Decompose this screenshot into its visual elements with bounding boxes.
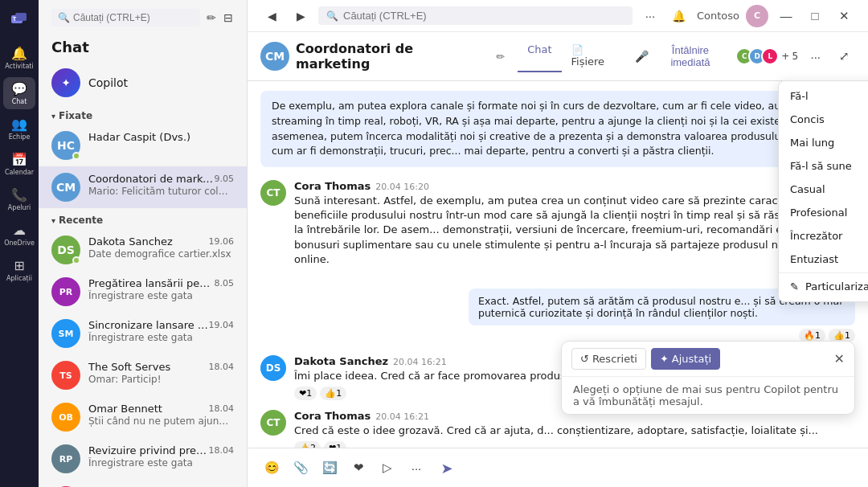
avatar-coordonatori: CM xyxy=(51,173,80,202)
file-icon: 📄 xyxy=(571,44,583,55)
reaction-heart-dakota[interactable]: ❤️1 xyxy=(294,387,317,400)
nav-item-apeluri[interactable]: 📞 Apeluri xyxy=(3,183,35,215)
copilot-item[interactable]: ✦ Copilot xyxy=(39,62,247,104)
user-avatar-top[interactable]: C xyxy=(746,5,768,27)
reaction-thumb-dakota[interactable]: 👍1 xyxy=(320,387,346,400)
dropdown-item-profesional[interactable]: Profesional xyxy=(779,201,868,224)
concis-label: Concis xyxy=(790,113,825,125)
dropdown-item-particularizat[interactable]: ✎ Particularizat xyxy=(779,275,868,298)
chat-name-sincronizare: Sincronizare lansare Mark 8 xyxy=(88,319,209,331)
avatar-omar: OB xyxy=(51,403,80,432)
rescrieti-icon: ↺ xyxy=(580,353,589,365)
ajustati-icon: ✦ xyxy=(660,353,669,365)
ajustati-body-text: Alegeți o opțiune de mai sus pentru Copi… xyxy=(573,383,838,407)
avatar-revizuire: RP xyxy=(51,444,80,473)
fal-label: Fă-l xyxy=(790,90,809,102)
dropdown-item-entuziast[interactable]: Entuziast xyxy=(779,248,868,271)
tab-fisiere[interactable]: 📄 Fișiere xyxy=(562,40,628,72)
notifications-button[interactable]: 🔔 xyxy=(668,5,690,27)
chat-item-softserves[interactable]: TS The Soft Serves 18.04 Omar: Particip! xyxy=(39,354,247,396)
tone-dropdown: Fă-l Concis Mai lung Fă-l să sune Casual… xyxy=(778,80,868,302)
dropdown-item-incredator[interactable]: Încrezător xyxy=(779,224,868,248)
loop-button[interactable]: 🔄 xyxy=(318,456,341,479)
back-button[interactable]: ◀ xyxy=(260,5,283,27)
more-header-button[interactable]: ··· xyxy=(805,45,826,68)
dropdown-item-fal[interactable]: Fă-l xyxy=(779,84,868,108)
chat-preview-omar: Știi când nu ne putem ajunga la cea mai … xyxy=(88,415,234,427)
nav-item-echipe[interactable]: 👥 Echipe xyxy=(3,113,35,145)
apps-icon: ⊞ xyxy=(14,258,24,273)
incredator-label: Încrezător xyxy=(790,230,842,242)
top-search-input[interactable] xyxy=(343,10,624,22)
calls-icon: 📞 xyxy=(11,187,27,203)
status-dot-hadar xyxy=(72,152,80,160)
ajustati-close-button[interactable]: ✕ xyxy=(834,351,845,366)
dropdown-item-mai-lung[interactable]: Mai lung xyxy=(779,131,868,154)
avatar-dakota: DS xyxy=(51,235,80,264)
chat-item-sincronizare[interactable]: SM Sincronizare lansare Mark 8 19.04 Înr… xyxy=(39,313,247,354)
filter-button[interactable]: ⊟ xyxy=(222,6,234,29)
nav-item-activitati[interactable]: 🔔 Activitati xyxy=(3,42,35,74)
meeting-button[interactable]: 🎤 Întâlnire imediată xyxy=(635,44,730,68)
sidebar-topbar: 🔍 ✏ ⊟ xyxy=(39,0,247,29)
nav-item-chat[interactable]: 💬 Chat xyxy=(3,77,35,109)
contoso-label: Contoso xyxy=(697,10,739,22)
chat-item-dakota[interactable]: DS Dakota Sanchez 19.06 Date demografice… xyxy=(39,229,247,271)
section-fixate: ▾ Fixate xyxy=(39,104,247,125)
expand-button[interactable]: ⤢ xyxy=(833,45,855,68)
ajustati-body: Alegeți o opțiune de mai sus pentru Copi… xyxy=(562,377,854,414)
forward-button[interactable]: ▶ xyxy=(289,5,312,27)
more-options-top[interactable]: ··· xyxy=(639,5,661,27)
nav-item-calendar[interactable]: 📅 Calendar xyxy=(3,148,35,180)
participant-avatar-3: L xyxy=(761,47,779,65)
reaction-thumbs-cora2[interactable]: 👍2 xyxy=(294,441,321,448)
nav-item-aplicatii[interactable]: ⊞ Aplicații xyxy=(3,254,35,286)
chat-item-hadar[interactable]: HC Hadar Caspit (Dvs.) xyxy=(39,125,247,166)
channel-avatar: CM xyxy=(260,42,289,71)
chevron-down-icon: ▾ xyxy=(51,112,55,121)
nav-label-aplicatii: Aplicații xyxy=(6,275,32,282)
search-input[interactable] xyxy=(73,12,194,23)
more-compose-button[interactable]: ··· xyxy=(405,456,428,479)
maximize-button[interactable]: □ xyxy=(804,5,826,27)
chat-time-softserves: 18.04 xyxy=(209,362,235,372)
rescrieti-label: Rescrieti xyxy=(592,353,637,365)
reaction-heart-cora2[interactable]: ❤️1 xyxy=(324,441,346,448)
close-button[interactable]: ✕ xyxy=(833,5,855,27)
rescrieti-tab[interactable]: ↺ Rescrieti xyxy=(571,348,646,370)
chat-item-revizuire[interactable]: RP Revizuire privind pregătirea de lansa… xyxy=(39,438,247,480)
emoji-button[interactable]: 😊 xyxy=(260,456,283,479)
copilot-reply: 20.04 16:21 Exact. Astfel, putem să arăt… xyxy=(260,276,855,342)
sender-cora-1: Cora Thomas xyxy=(294,180,371,192)
chat-item-pregatirea[interactable]: PR Pregătirea lansării pentru Proiectul … xyxy=(39,271,247,313)
top-bar: ◀ ▶ 🔍 ··· 🔔 Contoso C — □ ✕ xyxy=(248,0,868,32)
nav-label-chat: Chat xyxy=(12,98,27,105)
chat-item-omar[interactable]: OB Omar Bennett 18.04 Știi când nu ne pu… xyxy=(39,396,247,438)
time-cora-2: 20.04 16:21 xyxy=(375,411,429,422)
tab-chat[interactable]: Chat xyxy=(518,40,561,72)
send-button[interactable]: ➤ xyxy=(434,455,460,481)
chat-info-coordonatori: Coordonatori de marketing 9.05 Mario: Fe… xyxy=(88,173,234,197)
attach-button[interactable]: 📎 xyxy=(289,456,312,479)
apps-compose-button[interactable]: ▷ xyxy=(376,456,399,479)
minimize-button[interactable]: — xyxy=(775,5,797,27)
dropdown-item-concis[interactable]: Concis xyxy=(779,108,868,131)
chat-item-coordonatori[interactable]: CM Coordonatori de marketing 9.05 Mario:… xyxy=(39,166,247,208)
ajustati-tab[interactable]: ✦ Ajustați xyxy=(651,348,720,370)
dropdown-item-casual[interactable]: Casual xyxy=(779,178,868,201)
status-dot-dakota xyxy=(72,256,80,264)
nav-item-onedrive[interactable]: ☁ OneDrive xyxy=(3,219,35,251)
top-search-bar[interactable]: 🔍 xyxy=(318,6,633,25)
sidebar-header: Chat xyxy=(39,29,247,62)
compose-new-button[interactable]: ✏ xyxy=(205,6,217,29)
edit-icon[interactable]: ✏ xyxy=(496,51,505,63)
chat-item-lisa-mario[interactable]: LM Lisa și Mario 17.04 Lisa: Hei, plănui… xyxy=(39,480,247,487)
sidebar-search[interactable]: 🔍 xyxy=(51,9,200,27)
chat-name-revizuire: Revizuire privind pregătirea de lansa... xyxy=(88,444,209,456)
reaction-compose-button[interactable]: ❤ xyxy=(347,456,370,479)
avatar-softserves: TS xyxy=(51,361,80,390)
nav-label-activitati: Activitati xyxy=(5,63,33,70)
participant-count-number: 5 xyxy=(792,51,798,62)
avatar-cora-1: CT xyxy=(260,180,286,206)
dropdown-item-fa-l-sune[interactable]: Fă-l să sune xyxy=(779,154,868,178)
